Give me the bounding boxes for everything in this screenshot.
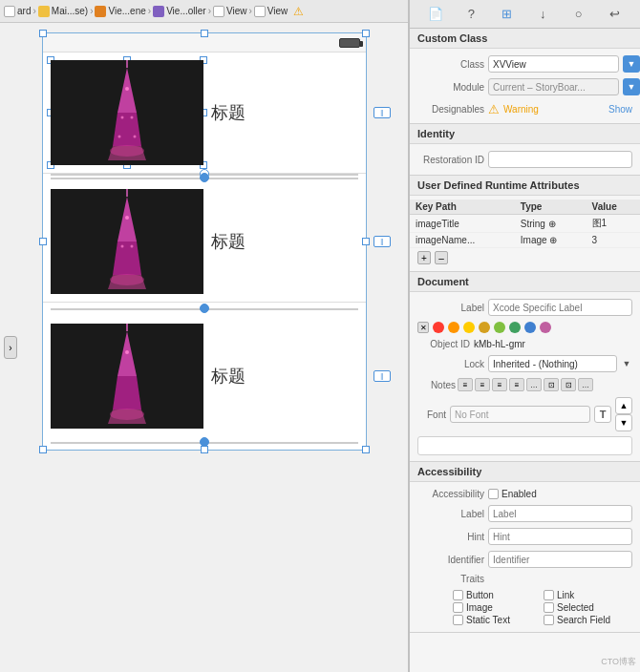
selection-handle-tm[interactable] — [201, 30, 208, 37]
box-icon-2[interactable]: ⊡ — [561, 378, 576, 391]
align-justify-icon[interactable]: ≡ — [509, 378, 524, 391]
trait-search-field-label[interactable]: Search Field — [544, 615, 632, 625]
download-icon[interactable]: ↓ — [534, 6, 551, 23]
constraint-handle-2[interactable]: ‖ — [373, 236, 391, 247]
lock-dropdown-arrow[interactable]: ▼ — [621, 355, 632, 372]
font-t-icon[interactable]: T — [594, 406, 611, 423]
label-field-input[interactable] — [488, 299, 632, 316]
svg-point-6 — [125, 87, 129, 91]
trait-image-checkbox[interactable] — [453, 602, 463, 613]
row2-value: 3 — [587, 233, 640, 248]
trait-search-field-checkbox[interactable] — [544, 615, 554, 625]
slider-handle-4[interactable] — [200, 437, 209, 447]
breadcrumb-item-6[interactable]: View — [254, 6, 288, 17]
breadcrumb-icon-1 — [4, 6, 15, 17]
color-dot-green[interactable] — [509, 322, 521, 333]
color-dot-blue[interactable] — [524, 322, 536, 333]
font-text-area[interactable] — [417, 436, 632, 455]
font-field-label: Font — [417, 410, 446, 420]
file-icon[interactable]: 📄 — [427, 6, 444, 23]
module-dropdown-btn[interactable]: ▼ — [623, 78, 640, 95]
grid-icon[interactable]: ⊞ — [499, 6, 516, 23]
trait-selected-label[interactable]: Selected — [544, 602, 632, 613]
refresh-icon[interactable]: ↩ — [606, 6, 623, 23]
add-minus-row: + – — [410, 248, 640, 267]
restoration-id-input[interactable] — [488, 151, 632, 168]
color-dot-gold[interactable] — [479, 322, 490, 333]
object-id-label: Object ID — [417, 339, 470, 349]
color-dot-orange[interactable] — [448, 322, 459, 333]
nav-arrow-left[interactable]: › — [4, 336, 17, 359]
show-button[interactable]: Show — [608, 104, 632, 115]
slider-handle-3[interactable] — [200, 304, 209, 313]
trait-button-checkbox[interactable] — [453, 590, 463, 600]
selection-handle-br[interactable] — [362, 446, 370, 453]
warning-icon: ⚠ — [488, 102, 500, 116]
selection-handle-tr[interactable] — [362, 30, 370, 37]
breadcrumb-arrow-4: › — [208, 6, 211, 16]
class-input[interactable] — [488, 55, 619, 73]
hint-input[interactable] — [488, 528, 632, 545]
constraint-handle-1[interactable]: ‖ — [373, 107, 391, 118]
breadcrumb-item-1[interactable]: ard — [4, 6, 31, 17]
minus-circle-icon[interactable]: ○ — [570, 6, 587, 23]
identifier-field-label: Identifier — [417, 555, 484, 565]
trait-selected-text: Selected — [557, 602, 594, 613]
trait-link-text: Link — [557, 590, 574, 600]
breadcrumb-item-3[interactable]: Vie...ene — [95, 6, 145, 17]
svg-point-17 — [125, 216, 129, 220]
align-left-icon[interactable]: ≡ — [458, 378, 473, 391]
selection-handle-tl[interactable] — [39, 30, 47, 37]
title-label-1: 标题 — [211, 101, 245, 124]
color-dot-purple[interactable] — [540, 322, 551, 333]
breadcrumb-item-2[interactable]: Mai...se) — [38, 6, 88, 17]
trait-button-label[interactable]: Button — [453, 590, 542, 600]
lock-dropdown[interactable]: Inherited - (Nothing) — [488, 355, 617, 372]
enabled-checkbox-label[interactable]: Enabled — [488, 489, 537, 499]
module-input[interactable] — [488, 78, 619, 95]
more-icon[interactable]: … — [578, 378, 593, 391]
enabled-checkbox[interactable] — [488, 489, 499, 499]
trait-link-label[interactable]: Link — [544, 590, 632, 600]
color-dot-lightgreen[interactable] — [494, 322, 505, 333]
add-attr-button[interactable]: + — [417, 251, 431, 264]
color-x-button[interactable]: ✕ — [417, 322, 429, 333]
font-stepper-down[interactable]: ▼ — [615, 414, 632, 431]
breadcrumb-item-4[interactable]: Vie...oller — [153, 6, 206, 17]
trait-link-checkbox[interactable] — [544, 590, 554, 600]
help-icon[interactable]: ? — [462, 6, 480, 23]
accessibility-label-input[interactable] — [488, 505, 632, 522]
trait-static-text-label[interactable]: Static Text — [453, 615, 542, 625]
color-dot-yellow[interactable] — [463, 322, 475, 333]
accessibility-header: Accessibility — [410, 462, 640, 482]
table-row[interactable]: imageName... Image ⊕ 3 — [410, 233, 640, 248]
font-placeholder: No Font — [455, 410, 489, 420]
row2-container: 标题 ‖ — [43, 181, 366, 303]
svg-marker-22 — [113, 376, 141, 410]
box-icon-1[interactable]: ⊡ — [544, 378, 559, 391]
row1-wrapper — [51, 60, 203, 165]
trait-image-label[interactable]: Image — [453, 602, 542, 613]
document-body: Label ✕ Object ID kMb-hL-gmr — [410, 292, 640, 461]
breadcrumb-item-5[interactable]: View — [213, 6, 247, 17]
trait-static-text-checkbox[interactable] — [453, 615, 463, 625]
image-thumb-2 — [51, 189, 203, 294]
svg-point-5 — [110, 145, 144, 157]
breadcrumb-label-4: Vie...oller — [166, 6, 206, 16]
selection-handle-bm[interactable] — [201, 446, 208, 453]
trait-selected-checkbox[interactable] — [544, 602, 554, 613]
breadcrumb[interactable]: ard › Mai...se) › Vie...ene › Vie...olle… — [0, 0, 408, 23]
selection-handle-bl[interactable] — [39, 446, 47, 453]
font-stepper-up[interactable]: ▲ — [615, 397, 632, 414]
constraint-handle-3[interactable]: ‖ — [373, 370, 391, 382]
color-dot-red[interactable] — [433, 322, 444, 333]
trait-search-field-text: Search Field — [557, 615, 610, 625]
align-right-icon[interactable]: ≡ — [492, 378, 507, 391]
class-dropdown-btn[interactable]: ▼ — [623, 55, 640, 73]
table-row[interactable]: imageTitle String ⊕ 图1 — [410, 215, 640, 233]
align-more-icon[interactable]: … — [526, 378, 542, 391]
align-center-icon[interactable]: ≡ — [475, 378, 490, 391]
identifier-input[interactable] — [488, 551, 632, 568]
remove-attr-button[interactable]: – — [435, 251, 448, 264]
font-input-display[interactable]: No Font — [450, 406, 590, 423]
